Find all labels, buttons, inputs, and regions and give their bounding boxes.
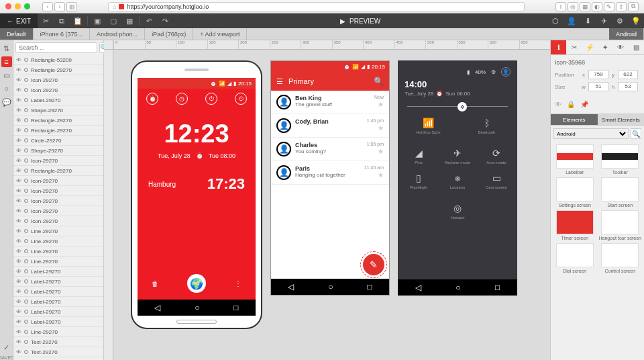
layer-item[interactable]: 👁Icon-29270 <box>13 75 103 85</box>
search-icon[interactable]: 🔍 <box>374 77 384 86</box>
eye-icon[interactable]: 👁 <box>16 299 21 305</box>
layer-item[interactable]: 👁Icon-29270 <box>13 216 103 226</box>
lock-icon[interactable]: 🔒 <box>567 101 575 108</box>
layer-item[interactable]: 👁Icon-29270 <box>13 85 103 95</box>
location-tile[interactable]: ⎈Location <box>439 170 476 192</box>
wifi-tile[interactable]: 📶HotGloo 5ghz <box>400 115 456 137</box>
brightness-slider[interactable]: ✲ <box>407 106 508 107</box>
layer-item[interactable]: 👁Shape-29270 <box>13 105 103 116</box>
artboard-clock[interactable]: ⏰ 📶 ◢ ▮ 20:15 ⏰ ◷ ⏱ ⏲ 12:23 Tue, July <box>131 60 262 329</box>
page-icon[interactable]: ▭ <box>1 70 12 81</box>
library-select[interactable]: Android <box>553 128 629 139</box>
ext-button-2[interactable]: ◎ <box>568 2 578 11</box>
layer-item[interactable]: 👁Rectangle-29270 <box>13 126 103 136</box>
eye-icon[interactable]: 👁 <box>16 178 21 184</box>
nav-home-icon[interactable]: ○ <box>195 303 199 312</box>
undo-button[interactable]: ↶ <box>141 13 157 28</box>
cut-button[interactable]: ✂ <box>38 13 54 28</box>
library-search-button[interactable]: 🔍 <box>631 128 641 139</box>
eye-icon[interactable]: 👁 <box>16 228 21 234</box>
viewport-default[interactable]: Default <box>0 28 34 40</box>
eye-icon[interactable]: 👁 <box>16 208 21 214</box>
minimize-icon[interactable] <box>15 3 21 9</box>
eye-icon[interactable]: 👁 <box>16 57 21 63</box>
star-icon[interactable]: ★ <box>378 101 384 108</box>
layer-item[interactable]: 👁Line-29270 <box>13 257 103 267</box>
eye-icon[interactable]: 👁 <box>16 148 21 154</box>
preview-button[interactable]: ▶ PREVIEW <box>173 17 547 25</box>
layer-item[interactable]: 👁Icon-29270 <box>13 156 103 166</box>
layer-list[interactable]: 👁Rectangle-53209👁Rectangle-29270👁Icon-29… <box>13 55 103 360</box>
timer-tab[interactable]: ⏱ <box>205 93 217 105</box>
library-item[interactable]: Timer screen <box>553 210 596 240</box>
y-field[interactable]: 622 <box>618 70 638 79</box>
alarm-tab[interactable]: ⏰ <box>146 93 158 105</box>
copy-button[interactable]: ⧉ <box>54 13 70 28</box>
layer-item[interactable]: 👁Line-29270 <box>13 327 103 337</box>
home-icon[interactable]: ⌂ <box>113 3 116 10</box>
eye-icon[interactable]: 👁 <box>16 188 21 194</box>
align-tab[interactable]: ▤ <box>629 40 644 54</box>
eye-icon[interactable]: 👁 <box>16 238 21 244</box>
layer-item[interactable]: 👁Label-29270 <box>13 95 103 105</box>
eye-icon[interactable]: 👁 <box>16 249 21 255</box>
library-item[interactable]: Hangout tour screen <box>599 210 642 240</box>
eye-icon[interactable]: 👁 <box>16 269 21 275</box>
layer-item[interactable]: 👁Icon-29270 <box>13 206 103 216</box>
library-item[interactable]: Settings screen <box>553 177 596 208</box>
ext-button-5[interactable]: ✎ <box>604 2 614 11</box>
viewport-tab[interactable]: Android phon... <box>90 28 145 40</box>
star-icon[interactable]: ★ <box>378 148 384 155</box>
bring-front-button[interactable]: ▣ <box>89 13 105 28</box>
eye-icon[interactable]: 👁 <box>16 87 21 93</box>
eye-icon[interactable]: 👁 <box>16 77 21 83</box>
message-item[interactable]: 👤Ben KingThe gravel stuffNow★ <box>271 91 389 114</box>
tabs-button[interactable]: ⧉ <box>628 2 639 11</box>
right-viewport-label[interactable]: Android <box>609 28 644 40</box>
eye-icon[interactable]: 👁 <box>16 339 21 345</box>
eye-icon[interactable]: 👁 <box>16 138 21 144</box>
bluetooth-tile[interactable]: ᛒBluetooth <box>459 115 515 137</box>
effects-tab[interactable]: ✦ <box>598 40 613 54</box>
back-button[interactable]: ‹ <box>42 2 53 11</box>
eye-icon[interactable]: 👁 <box>16 259 21 265</box>
layer-item[interactable]: 👁Text-29270 <box>13 337 103 347</box>
eye-icon[interactable]: 👁 <box>16 118 21 124</box>
x-field[interactable]: 759 <box>588 70 608 79</box>
library-item[interactable]: Dial screen <box>553 243 596 273</box>
artboard-quicksettings[interactable]: ▮ 40% ⚙ 👤 14:00 Tue, July 28 ⏰ Sun 06:00… <box>398 60 517 296</box>
eye-icon[interactable]: 👁 <box>16 329 21 335</box>
info-tab[interactable]: ℹ <box>551 40 566 54</box>
library-item[interactable]: Control screen <box>599 243 642 273</box>
maximize-icon[interactable] <box>24 3 30 9</box>
layers-icon[interactable]: ≡ <box>1 56 12 67</box>
rotate-tile[interactable]: ⟳Auto-rotate <box>478 145 515 167</box>
library-item[interactable]: Toolbar <box>599 144 642 175</box>
window-controls[interactable] <box>5 3 30 9</box>
layer-item[interactable]: 👁Label-29270 <box>13 297 103 307</box>
share-button[interactable]: ⬡ <box>547 13 564 28</box>
user-icon[interactable]: 👤 <box>501 67 511 77</box>
clock-tab[interactable]: ◷ <box>176 93 188 105</box>
search-input[interactable] <box>15 42 97 53</box>
nav-back-icon[interactable]: ◁ <box>154 303 160 312</box>
find-tab[interactable]: 👁 <box>613 40 629 54</box>
layer-item[interactable]: 👁Shape-29270 <box>13 146 103 156</box>
nav-home-icon[interactable]: ○ <box>328 282 333 291</box>
smart-elements-tab[interactable]: Smart Elements <box>598 114 645 125</box>
canvas[interactable]: 050100150200250300350400450500550600650 … <box>104 40 550 360</box>
layer-item[interactable]: 👁Rectangle-29270 <box>13 116 103 126</box>
library-item[interactable]: Labelbar <box>553 144 596 175</box>
help-button[interactable]: 💡 <box>628 13 644 28</box>
layer-item[interactable]: 👁Line-29270 <box>13 226 103 236</box>
eye-icon[interactable]: 👁 <box>16 168 21 174</box>
stopwatch-tab[interactable]: ⏲ <box>235 93 247 105</box>
message-item[interactable]: 👤Cody, Brian1:46 pm★ <box>271 114 389 138</box>
comment-icon[interactable]: ○ <box>1 83 12 94</box>
viewport-tab[interactable]: iPhone 6 (375... <box>34 28 91 40</box>
layer-item[interactable]: 👁Line-29270 <box>13 246 103 257</box>
eye-icon[interactable]: 👁 <box>16 128 21 134</box>
group-button[interactable]: ▦ <box>121 13 138 28</box>
element-library[interactable]: LabelbarToolbarSettings screenStart scre… <box>551 142 644 276</box>
add-viewport-button[interactable]: + Add viewport <box>193 28 247 40</box>
